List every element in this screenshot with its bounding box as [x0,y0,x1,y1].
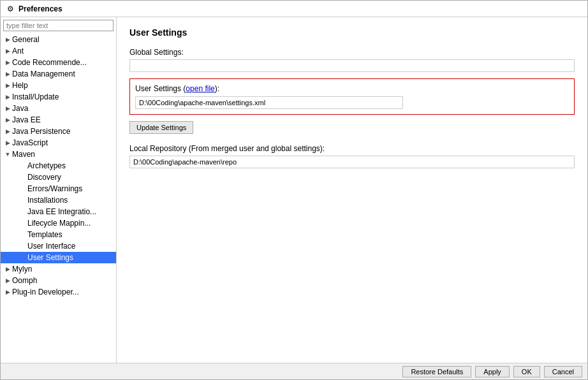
sidebar-item-ant[interactable]: ▶Ant [1,45,116,57]
global-settings-input[interactable] [129,59,575,72]
user-settings-input[interactable] [135,96,403,109]
sidebar-item-general[interactable]: ▶General [1,34,116,45]
tree-label-maven-javaee: Java EE Integratio... [27,207,114,216]
sidebar-item-oomph[interactable]: ▶Oomph [1,275,116,286]
tree-label-data-management: Data Management [12,69,114,78]
filter-input[interactable] [3,20,114,31]
tree-arrow-java-ee: ▶ [3,117,12,123]
sidebar-item-maven-user-settings[interactable]: User Settings [1,252,116,263]
tree-arrow-ant: ▶ [3,48,12,54]
sidebar-item-plug-in-developer[interactable]: ▶Plug-in Developer... [1,286,116,298]
tree-label-oomph: Oomph [12,276,114,285]
sidebar-item-maven-ui[interactable]: User Interface [1,240,116,252]
tree-arrow-help: ▶ [3,82,12,89]
sidebar-item-help[interactable]: ▶Help [1,80,116,91]
update-settings-button[interactable]: Update Settings [129,121,193,134]
window-icon: ⚙ [6,4,15,13]
tree-label-maven-errors: Errors/Warnings [27,184,114,193]
window-title: Preferences [18,4,62,13]
tree-label-java: Java [12,104,114,113]
tree-arrow-general: ▶ [3,36,12,43]
tree-label-code-recommender: Code Recommende... [12,58,114,67]
local-repo-input[interactable] [129,156,575,168]
tree-label-install-update: Install/Update [12,92,114,101]
sidebar-item-maven-installations[interactable]: Installations [1,194,116,206]
sidebar-item-maven[interactable]: ▼Maven [1,149,116,160]
sidebar-item-java-ee[interactable]: ▶Java EE [1,114,116,126]
sidebar-item-install-update[interactable]: ▶Install/Update [1,91,116,103]
sidebar-item-mylyn[interactable]: ▶Mylyn [1,263,116,275]
tree-label-maven-installations: Installations [27,196,114,205]
open-file-link[interactable]: open file [186,84,214,93]
ok-button[interactable]: OK [513,366,540,377]
tree-label-mylyn: Mylyn [12,265,114,274]
sidebar-item-maven-archetypes[interactable]: Archetypes [1,160,116,172]
tree-arrow-maven: ▼ [3,151,12,157]
tree-arrow-java: ▶ [3,105,12,112]
sidebar-item-code-recommender[interactable]: ▶Code Recommende... [1,57,116,68]
tree-arrow-oomph: ▶ [3,277,12,284]
tree-arrow-mylyn: ▶ [3,266,12,272]
sidebar-item-maven-javaee[interactable]: Java EE Integratio... [1,206,116,217]
sidebar-item-data-management[interactable]: ▶Data Management [1,68,116,80]
sidebar-item-maven-errors[interactable]: Errors/Warnings [1,183,116,194]
tree-label-general: General [12,35,114,44]
cancel-button[interactable]: Cancel [544,366,582,377]
main-panel: User Settings Global Settings: User Sett… [117,17,587,363]
tree-label-maven-user-settings: User Settings [27,253,114,262]
tree-arrow-plug-in-developer: ▶ [3,289,12,295]
tree-label-maven-templates: Templates [27,230,114,239]
tree-label-maven-archetypes: Archetypes [27,161,114,170]
tree-arrow-code-recommender: ▶ [3,59,12,66]
global-settings-label: Global Settings: [129,48,575,57]
content-area: ▶General▶Ant▶Code Recommende...▶Data Man… [1,17,587,363]
tree-arrow-install-update: ▶ [3,94,12,100]
user-settings-box: User Settings (open file): [129,78,575,115]
tree: ▶General▶Ant▶Code Recommende...▶Data Man… [1,34,116,363]
tree-label-maven-discovery: Discovery [27,173,114,182]
tree-arrow-javascript: ▶ [3,140,12,146]
preferences-window: ⚙ Preferences ▶General▶Ant▶Code Recommen… [0,0,588,380]
tree-label-javascript: JavaScript [12,138,114,147]
sidebar-item-java-persistence[interactable]: ▶Java Persistence [1,126,116,137]
tree-label-maven-lifecycle: Lifecycle Mappin... [27,219,114,228]
tree-label-maven: Maven [12,150,114,159]
sidebar: ▶General▶Ant▶Code Recommende...▶Data Man… [1,17,117,363]
page-title: User Settings [129,27,575,38]
apply-button[interactable]: Apply [475,366,510,377]
sidebar-item-maven-templates[interactable]: Templates [1,229,116,240]
tree-label-maven-ui: User Interface [27,242,114,251]
sidebar-item-java[interactable]: ▶Java [1,103,116,114]
bottom-bar: Restore Defaults Apply OK Cancel [1,363,587,379]
sidebar-item-javascript[interactable]: ▶JavaScript [1,137,116,149]
title-bar: ⚙ Preferences [1,1,587,17]
restore-defaults-button[interactable]: Restore Defaults [402,366,471,377]
tree-arrow-data-management: ▶ [3,71,12,77]
sidebar-item-maven-lifecycle[interactable]: Lifecycle Mappin... [1,217,116,229]
tree-arrow-java-persistence: ▶ [3,128,12,135]
local-repo-label: Local Repository (From merged user and g… [129,144,575,153]
sidebar-item-maven-discovery[interactable]: Discovery [1,172,116,183]
tree-label-help: Help [12,81,114,90]
tree-label-java-persistence: Java Persistence [12,127,114,136]
user-settings-label: User Settings (open file): [135,84,569,93]
tree-label-ant: Ant [12,47,114,55]
tree-label-plug-in-developer: Plug-in Developer... [12,288,114,296]
tree-label-java-ee: Java EE [12,115,114,124]
